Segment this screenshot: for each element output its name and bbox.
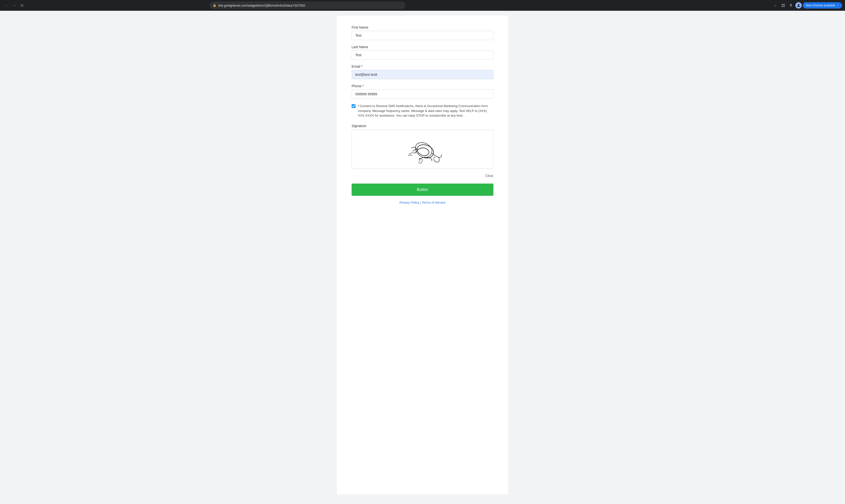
last-name-group: Last Name xyxy=(352,45,493,60)
form-container: First Name Last Name Email * Phone * I C… xyxy=(337,16,508,494)
signature-label: Signature xyxy=(352,124,493,128)
last-name-label: Last Name xyxy=(352,45,493,49)
forward-button[interactable]: → xyxy=(11,2,18,9)
terms-of-service-link[interactable]: Terms of Service xyxy=(422,201,446,204)
back-button[interactable]: ← xyxy=(3,2,10,9)
sms-consent-label: I Consent to Receive SMS Notifications, … xyxy=(358,104,493,118)
first-name-group: First Name xyxy=(352,25,493,40)
bookmark-button[interactable]: ☆ xyxy=(772,2,779,9)
submit-button[interactable]: Button xyxy=(352,183,493,196)
url-text: link.gohighlevel.com/widget/form/QBhmohh… xyxy=(218,4,402,7)
lock-icon: 🔒 xyxy=(213,4,216,7)
browser-actions: ☆ New Chrome available ⋮ xyxy=(772,2,842,9)
signature-pad[interactable] xyxy=(352,130,493,169)
email-group: Email * xyxy=(352,65,493,79)
svg-point-4 xyxy=(798,4,799,5)
downloads-button[interactable] xyxy=(788,2,794,9)
profile-avatar[interactable] xyxy=(795,2,802,8)
privacy-policy-link[interactable]: Privacy Policy xyxy=(399,201,419,204)
extensions-button[interactable] xyxy=(780,2,787,9)
signature-group: Signature xyxy=(352,124,493,169)
address-bar[interactable]: 🔒 link.gohighlevel.com/widget/form/QBhmo… xyxy=(210,1,406,9)
clear-button[interactable]: Clear xyxy=(485,174,493,178)
svg-rect-0 xyxy=(782,4,783,5)
email-label: Email * xyxy=(352,65,493,69)
sms-consent-checkbox[interactable] xyxy=(352,104,356,108)
signature-actions: Clear xyxy=(352,174,493,178)
svg-rect-2 xyxy=(782,6,783,7)
signature-drawing xyxy=(352,130,493,169)
email-input[interactable] xyxy=(352,70,493,79)
sms-consent-group: I Consent to Receive SMS Notifications, … xyxy=(352,104,493,118)
chevron-down-icon: ⋮ xyxy=(836,4,839,7)
browser-chrome: ← → ↻ 🔒 link.gohighlevel.com/widget/form… xyxy=(0,0,845,11)
new-chrome-badge[interactable]: New Chrome available ⋮ xyxy=(803,2,842,8)
phone-input[interactable] xyxy=(352,89,493,99)
svg-rect-1 xyxy=(784,4,785,5)
browser-nav: ← → ↻ xyxy=(3,2,25,9)
phone-label: Phone * xyxy=(352,84,493,88)
last-name-input[interactable] xyxy=(352,50,493,60)
reload-button[interactable]: ↻ xyxy=(19,2,25,9)
svg-rect-3 xyxy=(784,6,785,7)
page-wrapper: First Name Last Name Email * Phone * I C… xyxy=(0,0,845,504)
phone-group: Phone * xyxy=(352,84,493,99)
form-footer: Privacy Policy | Terms of Service xyxy=(352,201,493,204)
first-name-input[interactable] xyxy=(352,31,493,40)
first-name-label: First Name xyxy=(352,25,493,29)
footer-separator: | xyxy=(420,201,421,204)
